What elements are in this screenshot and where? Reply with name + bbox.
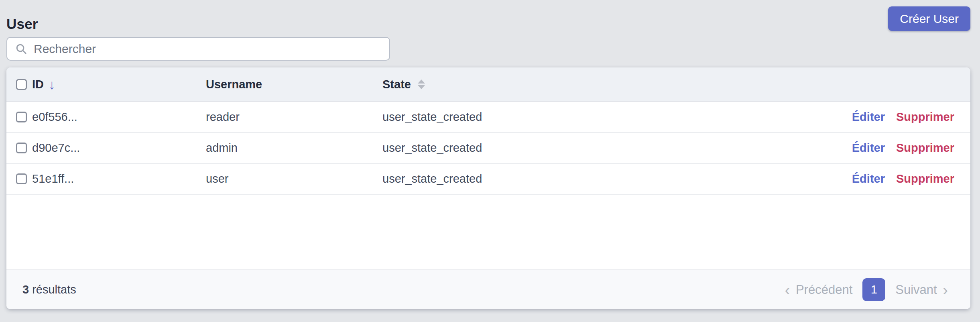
- table-row: 51e1ff... user user_state_created Éditer…: [6, 164, 970, 195]
- delete-link[interactable]: Supprimer: [896, 110, 954, 124]
- row-checkbox[interactable]: [16, 112, 27, 122]
- cell-state: user_state_created: [382, 141, 852, 155]
- search-bar: [6, 37, 390, 61]
- row-checkbox[interactable]: [16, 143, 27, 153]
- page-title: User: [6, 16, 38, 32]
- delete-link[interactable]: Supprimer: [896, 141, 954, 155]
- edit-link[interactable]: Éditer: [852, 172, 885, 185]
- table-row: e0f556... reader user_state_created Édit…: [6, 102, 970, 133]
- cell-username: admin: [206, 141, 382, 155]
- select-all-checkbox[interactable]: [16, 79, 27, 90]
- column-header-state[interactable]: State: [382, 78, 954, 91]
- search-input[interactable]: [6, 37, 390, 61]
- next-page-label: Suivant: [895, 283, 937, 297]
- page-1-button[interactable]: 1: [862, 278, 885, 301]
- create-user-button[interactable]: Créer User: [888, 6, 970, 31]
- search-icon: [15, 43, 27, 55]
- delete-link[interactable]: Supprimer: [896, 172, 954, 185]
- column-header-id[interactable]: ID ↓: [32, 78, 206, 91]
- edit-link[interactable]: Éditer: [852, 141, 885, 155]
- column-header-username[interactable]: Username: [206, 78, 382, 91]
- edit-link[interactable]: Éditer: [852, 110, 885, 124]
- header-checkbox-cell: [6, 79, 32, 90]
- table-footer: 3 résultats ‹ Précédent 1 Suivant ›: [6, 269, 970, 309]
- previous-page-label: Précédent: [796, 283, 852, 297]
- sort-both-directions-icon: [418, 79, 425, 89]
- cell-state: user_state_created: [382, 110, 852, 124]
- table-row: d90e7c... admin user_state_created Édite…: [6, 133, 970, 164]
- column-header-state-label: State: [382, 78, 411, 91]
- results-summary: 3 résultats: [22, 283, 76, 296]
- column-header-username-label: Username: [206, 78, 262, 91]
- user-table-card: ID ↓ Username State e0f556... reader use…: [6, 67, 970, 309]
- results-count: 3: [22, 283, 29, 296]
- topbar: User Créer User: [0, 0, 980, 32]
- cell-username: user: [206, 172, 382, 185]
- cell-id: 51e1ff...: [32, 172, 206, 185]
- cell-id: d90e7c...: [32, 141, 206, 155]
- cell-username: reader: [206, 110, 382, 124]
- table-header-row: ID ↓ Username State: [6, 67, 970, 102]
- table-empty-space: [6, 195, 970, 269]
- next-page-button[interactable]: Suivant ›: [895, 283, 948, 297]
- sort-descending-arrow-icon: ↓: [49, 78, 55, 91]
- pagination: ‹ Précédent 1 Suivant ›: [785, 278, 948, 301]
- row-checkbox[interactable]: [16, 173, 27, 184]
- previous-page-button[interactable]: ‹ Précédent: [785, 283, 853, 297]
- column-header-id-label: ID: [32, 78, 44, 91]
- cell-id: e0f556...: [32, 110, 206, 124]
- cell-state: user_state_created: [382, 172, 852, 185]
- results-label: résultats: [32, 283, 76, 296]
